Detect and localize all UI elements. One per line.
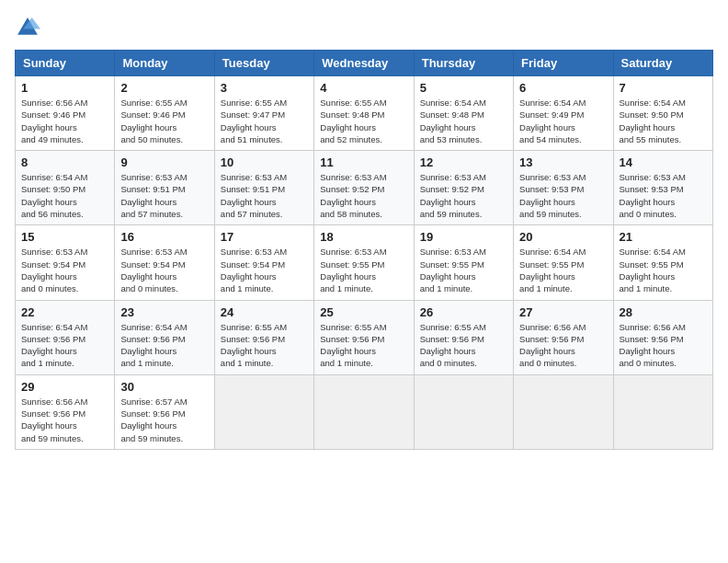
calendar-cell [314,374,414,449]
day-number: 23 [120,305,208,319]
day-number: 14 [620,155,707,169]
day-number: 3 [221,81,308,95]
calendar-cell: 16Sunrise: 6:53 AMSunset: 9:54 PMDayligh… [115,225,214,300]
calendar-cell: 27Sunrise: 6:56 AMSunset: 9:56 PMDayligh… [514,300,613,374]
calendar-cell: 7Sunrise: 6:54 AMSunset: 9:50 PMDaylight… [613,76,712,151]
calendar-cell: 4Sunrise: 6:55 AMSunset: 9:48 PMDaylight… [314,76,414,151]
calendar-cell: 3Sunrise: 6:55 AMSunset: 9:47 PMDaylight… [214,76,313,151]
day-number: 9 [120,155,208,169]
calendar-cell: 21Sunrise: 6:54 AMSunset: 9:55 PMDayligh… [613,225,712,300]
calendar-cell: 9Sunrise: 6:53 AMSunset: 9:51 PMDaylight… [115,151,214,225]
calendar-cell: 28Sunrise: 6:56 AMSunset: 9:56 PMDayligh… [613,300,712,374]
day-number: 10 [221,155,308,169]
logo-icon [15,15,40,40]
day-info: Sunrise: 6:53 AMSunset: 9:53 PMDaylight … [620,171,707,220]
day-info: Sunrise: 6:55 AMSunset: 9:46 PMDaylight … [120,97,208,145]
logo [15,15,44,40]
day-info: Sunrise: 6:53 AMSunset: 9:52 PMDaylight … [420,171,507,220]
calendar-cell: 20Sunrise: 6:54 AMSunset: 9:55 PMDayligh… [514,225,613,300]
day-header-thursday: Thursday [414,51,513,76]
day-number: 19 [420,230,507,244]
day-info: Sunrise: 6:53 AMSunset: 9:55 PMDaylight … [420,246,507,294]
calendar-cell: 6Sunrise: 6:54 AMSunset: 9:49 PMDaylight… [514,76,613,151]
calendar-table: SundayMondayTuesdayWednesdayThursdayFrid… [15,50,713,450]
day-number: 22 [21,305,108,319]
day-info: Sunrise: 6:53 AMSunset: 9:53 PMDaylight … [519,171,607,220]
day-info: Sunrise: 6:54 AMSunset: 9:50 PMDaylight … [620,97,707,145]
calendar-cell [414,374,513,449]
day-number: 24 [221,305,308,319]
day-info: Sunrise: 6:54 AMSunset: 9:56 PMDaylight … [120,321,208,370]
day-number: 21 [620,230,707,244]
day-info: Sunrise: 6:54 AMSunset: 9:55 PMDaylight … [519,246,607,294]
day-number: 29 [21,380,108,394]
calendar-cell: 13Sunrise: 6:53 AMSunset: 9:53 PMDayligh… [514,151,613,225]
calendar-cell: 22Sunrise: 6:54 AMSunset: 9:56 PMDayligh… [16,300,115,374]
day-number: 30 [120,380,208,394]
calendar-body: 1Sunrise: 6:56 AMSunset: 9:46 PMDaylight… [16,76,713,450]
calendar-cell: 5Sunrise: 6:54 AMSunset: 9:48 PMDaylight… [414,76,513,151]
calendar-cell: 24Sunrise: 6:55 AMSunset: 9:56 PMDayligh… [214,300,313,374]
day-info: Sunrise: 6:54 AMSunset: 9:48 PMDaylight … [420,97,507,145]
day-info: Sunrise: 6:53 AMSunset: 9:54 PMDaylight … [21,246,108,294]
day-number: 4 [320,81,407,95]
day-info: Sunrise: 6:53 AMSunset: 9:51 PMDaylight … [120,171,208,220]
day-number: 12 [420,155,507,169]
day-info: Sunrise: 6:56 AMSunset: 9:46 PMDaylight … [21,97,108,145]
day-header-tuesday: Tuesday [214,51,313,76]
day-info: Sunrise: 6:54 AMSunset: 9:55 PMDaylight … [620,246,707,294]
day-number: 1 [21,81,108,95]
day-header-friday: Friday [514,51,613,76]
day-info: Sunrise: 6:56 AMSunset: 9:56 PMDaylight … [21,396,108,444]
day-info: Sunrise: 6:54 AMSunset: 9:49 PMDaylight … [519,97,607,145]
calendar-cell: 8Sunrise: 6:54 AMSunset: 9:50 PMDaylight… [16,151,115,225]
day-header-wednesday: Wednesday [314,51,414,76]
day-number: 20 [519,230,607,244]
day-info: Sunrise: 6:54 AMSunset: 9:50 PMDaylight … [21,171,108,220]
day-info: Sunrise: 6:53 AMSunset: 9:52 PMDaylight … [320,171,407,220]
day-number: 8 [21,155,108,169]
day-number: 27 [519,305,607,319]
calendar-cell: 19Sunrise: 6:53 AMSunset: 9:55 PMDayligh… [414,225,513,300]
day-info: Sunrise: 6:57 AMSunset: 9:56 PMDaylight … [120,396,208,444]
day-header-saturday: Saturday [613,51,712,76]
day-header-sunday: Sunday [16,51,115,76]
day-number: 5 [420,81,507,95]
day-info: Sunrise: 6:54 AMSunset: 9:56 PMDaylight … [21,321,108,370]
day-info: Sunrise: 6:56 AMSunset: 9:56 PMDaylight … [620,321,707,370]
day-number: 17 [221,230,308,244]
day-info: Sunrise: 6:55 AMSunset: 9:47 PMDaylight … [221,97,308,145]
day-number: 26 [420,305,507,319]
day-info: Sunrise: 6:55 AMSunset: 9:56 PMDaylight … [420,321,507,370]
day-number: 28 [620,305,707,319]
day-number: 11 [320,155,407,169]
calendar-cell [514,374,613,449]
day-number: 18 [320,230,407,244]
day-number: 25 [320,305,407,319]
day-info: Sunrise: 6:55 AMSunset: 9:56 PMDaylight … [221,321,308,370]
day-number: 16 [120,230,208,244]
day-number: 7 [620,81,707,95]
day-info: Sunrise: 6:53 AMSunset: 9:54 PMDaylight … [120,246,208,294]
calendar-cell: 1Sunrise: 6:56 AMSunset: 9:46 PMDaylight… [16,76,115,151]
calendar-cell: 29Sunrise: 6:56 AMSunset: 9:56 PMDayligh… [16,374,115,449]
calendar-header-row: SundayMondayTuesdayWednesdayThursdayFrid… [16,51,713,76]
day-info: Sunrise: 6:55 AMSunset: 9:48 PMDaylight … [320,97,407,145]
calendar-cell: 30Sunrise: 6:57 AMSunset: 9:56 PMDayligh… [115,374,214,449]
calendar-cell: 23Sunrise: 6:54 AMSunset: 9:56 PMDayligh… [115,300,214,374]
calendar-cell [214,374,313,449]
day-info: Sunrise: 6:53 AMSunset: 9:51 PMDaylight … [221,171,308,220]
calendar-week-5: 29Sunrise: 6:56 AMSunset: 9:56 PMDayligh… [16,374,713,449]
day-number: 15 [21,230,108,244]
day-header-monday: Monday [115,51,214,76]
calendar-week-2: 8Sunrise: 6:54 AMSunset: 9:50 PMDaylight… [16,151,713,225]
calendar-cell: 17Sunrise: 6:53 AMSunset: 9:54 PMDayligh… [214,225,313,300]
calendar-cell: 25Sunrise: 6:55 AMSunset: 9:56 PMDayligh… [314,300,414,374]
calendar-cell: 12Sunrise: 6:53 AMSunset: 9:52 PMDayligh… [414,151,513,225]
day-info: Sunrise: 6:56 AMSunset: 9:56 PMDaylight … [519,321,607,370]
page-header [15,15,713,40]
calendar-cell: 10Sunrise: 6:53 AMSunset: 9:51 PMDayligh… [214,151,313,225]
day-info: Sunrise: 6:55 AMSunset: 9:56 PMDaylight … [320,321,407,370]
day-info: Sunrise: 6:53 AMSunset: 9:54 PMDaylight … [221,246,308,294]
day-info: Sunrise: 6:53 AMSunset: 9:55 PMDaylight … [320,246,407,294]
